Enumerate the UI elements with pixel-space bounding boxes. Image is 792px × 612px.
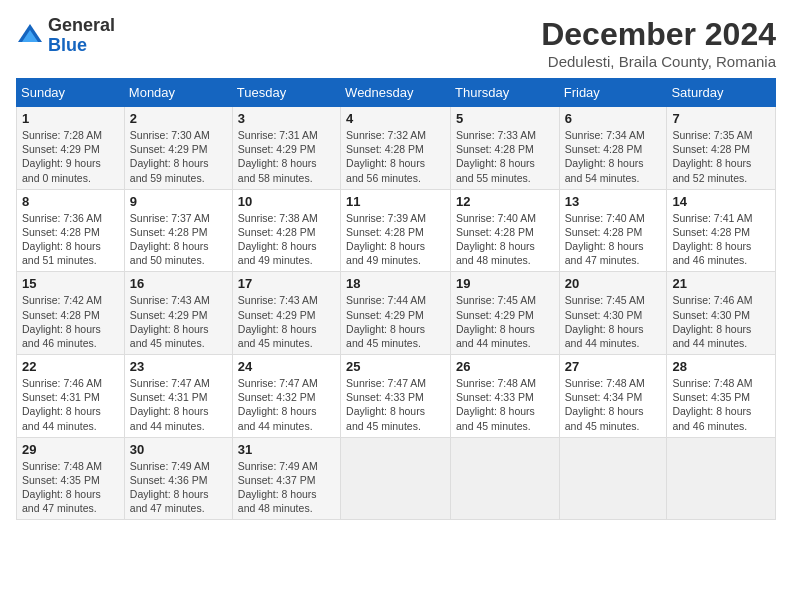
day-cell — [667, 437, 776, 520]
sunset-label: Sunset: 4:28 PM — [346, 143, 424, 155]
daylight-label: Daylight: 8 hours and 46 minutes. — [672, 405, 751, 431]
daylight-label: Daylight: 8 hours and 45 minutes. — [130, 323, 209, 349]
day-number: 16 — [130, 276, 227, 291]
sunrise-label: Sunrise: 7:43 AM — [238, 294, 318, 306]
daylight-label: Daylight: 8 hours and 44 minutes. — [672, 323, 751, 349]
day-cell — [451, 437, 560, 520]
daylight-label: Daylight: 8 hours and 45 minutes. — [346, 405, 425, 431]
sunset-label: Sunset: 4:35 PM — [672, 391, 750, 403]
sunrise-label: Sunrise: 7:31 AM — [238, 129, 318, 141]
day-cell: 26 Sunrise: 7:48 AM Sunset: 4:33 PM Dayl… — [451, 355, 560, 438]
daylight-label: Daylight: 8 hours and 47 minutes. — [22, 488, 101, 514]
sunrise-label: Sunrise: 7:49 AM — [130, 460, 210, 472]
sunset-label: Sunset: 4:30 PM — [672, 309, 750, 321]
day-cell: 1 Sunrise: 7:28 AM Sunset: 4:29 PM Dayli… — [17, 107, 125, 190]
week-row-4: 22 Sunrise: 7:46 AM Sunset: 4:31 PM Dayl… — [17, 355, 776, 438]
daylight-label: Daylight: 9 hours and 0 minutes. — [22, 157, 101, 183]
day-info: Sunrise: 7:35 AM Sunset: 4:28 PM Dayligh… — [672, 128, 770, 185]
day-cell: 4 Sunrise: 7:32 AM Sunset: 4:28 PM Dayli… — [341, 107, 451, 190]
daylight-label: Daylight: 8 hours and 48 minutes. — [238, 488, 317, 514]
daylight-label: Daylight: 8 hours and 46 minutes. — [672, 240, 751, 266]
day-number: 10 — [238, 194, 335, 209]
day-cell: 19 Sunrise: 7:45 AM Sunset: 4:29 PM Dayl… — [451, 272, 560, 355]
day-cell: 15 Sunrise: 7:42 AM Sunset: 4:28 PM Dayl… — [17, 272, 125, 355]
day-cell: 27 Sunrise: 7:48 AM Sunset: 4:34 PM Dayl… — [559, 355, 667, 438]
day-info: Sunrise: 7:45 AM Sunset: 4:30 PM Dayligh… — [565, 293, 662, 350]
sunrise-label: Sunrise: 7:45 AM — [565, 294, 645, 306]
sunset-label: Sunset: 4:30 PM — [565, 309, 643, 321]
day-number: 28 — [672, 359, 770, 374]
day-number: 11 — [346, 194, 445, 209]
sunrise-label: Sunrise: 7:33 AM — [456, 129, 536, 141]
sunrise-label: Sunrise: 7:46 AM — [22, 377, 102, 389]
weekday-header-saturday: Saturday — [667, 79, 776, 107]
sunset-label: Sunset: 4:28 PM — [130, 226, 208, 238]
sunrise-label: Sunrise: 7:44 AM — [346, 294, 426, 306]
sunset-label: Sunset: 4:32 PM — [238, 391, 316, 403]
day-cell: 17 Sunrise: 7:43 AM Sunset: 4:29 PM Dayl… — [232, 272, 340, 355]
day-info: Sunrise: 7:28 AM Sunset: 4:29 PM Dayligh… — [22, 128, 119, 185]
sunset-label: Sunset: 4:28 PM — [565, 143, 643, 155]
sunset-label: Sunset: 4:33 PM — [456, 391, 534, 403]
day-cell: 25 Sunrise: 7:47 AM Sunset: 4:33 PM Dayl… — [341, 355, 451, 438]
daylight-label: Daylight: 8 hours and 44 minutes. — [22, 405, 101, 431]
day-number: 6 — [565, 111, 662, 126]
day-cell: 3 Sunrise: 7:31 AM Sunset: 4:29 PM Dayli… — [232, 107, 340, 190]
sunrise-label: Sunrise: 7:48 AM — [672, 377, 752, 389]
sunrise-label: Sunrise: 7:47 AM — [130, 377, 210, 389]
day-cell: 10 Sunrise: 7:38 AM Sunset: 4:28 PM Dayl… — [232, 189, 340, 272]
week-row-5: 29 Sunrise: 7:48 AM Sunset: 4:35 PM Dayl… — [17, 437, 776, 520]
day-number: 7 — [672, 111, 770, 126]
logo-icon — [16, 22, 44, 50]
day-number: 31 — [238, 442, 335, 457]
daylight-label: Daylight: 8 hours and 49 minutes. — [238, 240, 317, 266]
page-header: General Blue December 2024 Dedulesti, Br… — [16, 16, 776, 70]
month-title: December 2024 — [541, 16, 776, 53]
daylight-label: Daylight: 8 hours and 45 minutes. — [456, 405, 535, 431]
sunrise-label: Sunrise: 7:47 AM — [238, 377, 318, 389]
day-info: Sunrise: 7:33 AM Sunset: 4:28 PM Dayligh… — [456, 128, 554, 185]
sunset-label: Sunset: 4:29 PM — [130, 309, 208, 321]
day-cell: 9 Sunrise: 7:37 AM Sunset: 4:28 PM Dayli… — [124, 189, 232, 272]
day-cell: 6 Sunrise: 7:34 AM Sunset: 4:28 PM Dayli… — [559, 107, 667, 190]
day-info: Sunrise: 7:37 AM Sunset: 4:28 PM Dayligh… — [130, 211, 227, 268]
daylight-label: Daylight: 8 hours and 44 minutes. — [130, 405, 209, 431]
sunset-label: Sunset: 4:28 PM — [672, 143, 750, 155]
weekday-header-thursday: Thursday — [451, 79, 560, 107]
day-number: 3 — [238, 111, 335, 126]
day-number: 24 — [238, 359, 335, 374]
day-number: 5 — [456, 111, 554, 126]
day-cell: 22 Sunrise: 7:46 AM Sunset: 4:31 PM Dayl… — [17, 355, 125, 438]
sunrise-label: Sunrise: 7:43 AM — [130, 294, 210, 306]
sunset-label: Sunset: 4:28 PM — [456, 226, 534, 238]
daylight-label: Daylight: 8 hours and 47 minutes. — [565, 240, 644, 266]
day-number: 25 — [346, 359, 445, 374]
day-info: Sunrise: 7:46 AM Sunset: 4:31 PM Dayligh… — [22, 376, 119, 433]
day-info: Sunrise: 7:48 AM Sunset: 4:35 PM Dayligh… — [672, 376, 770, 433]
day-number: 13 — [565, 194, 662, 209]
sunrise-label: Sunrise: 7:49 AM — [238, 460, 318, 472]
day-info: Sunrise: 7:31 AM Sunset: 4:29 PM Dayligh… — [238, 128, 335, 185]
sunset-label: Sunset: 4:29 PM — [130, 143, 208, 155]
week-row-1: 1 Sunrise: 7:28 AM Sunset: 4:29 PM Dayli… — [17, 107, 776, 190]
daylight-label: Daylight: 8 hours and 59 minutes. — [130, 157, 209, 183]
day-number: 20 — [565, 276, 662, 291]
day-info: Sunrise: 7:40 AM Sunset: 4:28 PM Dayligh… — [456, 211, 554, 268]
day-info: Sunrise: 7:46 AM Sunset: 4:30 PM Dayligh… — [672, 293, 770, 350]
day-number: 26 — [456, 359, 554, 374]
day-cell: 7 Sunrise: 7:35 AM Sunset: 4:28 PM Dayli… — [667, 107, 776, 190]
sunset-label: Sunset: 4:36 PM — [130, 474, 208, 486]
sunset-label: Sunset: 4:34 PM — [565, 391, 643, 403]
day-info: Sunrise: 7:41 AM Sunset: 4:28 PM Dayligh… — [672, 211, 770, 268]
day-info: Sunrise: 7:39 AM Sunset: 4:28 PM Dayligh… — [346, 211, 445, 268]
sunset-label: Sunset: 4:28 PM — [346, 226, 424, 238]
sunrise-label: Sunrise: 7:48 AM — [565, 377, 645, 389]
sunrise-label: Sunrise: 7:48 AM — [456, 377, 536, 389]
sunrise-label: Sunrise: 7:36 AM — [22, 212, 102, 224]
sunset-label: Sunset: 4:28 PM — [565, 226, 643, 238]
day-info: Sunrise: 7:40 AM Sunset: 4:28 PM Dayligh… — [565, 211, 662, 268]
sunrise-label: Sunrise: 7:40 AM — [456, 212, 536, 224]
day-number: 17 — [238, 276, 335, 291]
daylight-label: Daylight: 8 hours and 51 minutes. — [22, 240, 101, 266]
daylight-label: Daylight: 8 hours and 56 minutes. — [346, 157, 425, 183]
